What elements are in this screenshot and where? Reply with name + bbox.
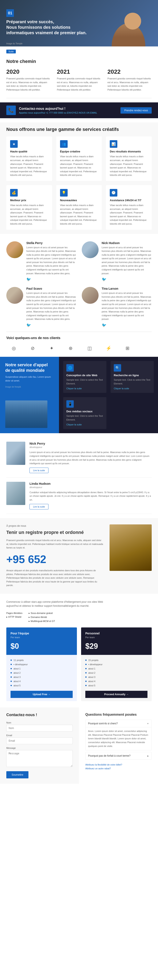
about-text-1: Praesent gravida commodo risqué lobortis… <box>6 539 103 550</box>
service-dark-image <box>5 401 47 428</box>
service-text-0: Vitae iaculis tellus mauris a diam accum… <box>10 155 48 177</box>
clients-title: Voici quelques-uns de nos clients <box>6 336 152 340</box>
contact-banner-left: 📞 Contactez-nous aujourd'hui ! Appelez-n… <box>6 105 97 115</box>
pricing-header: Commencez à utiliser starx.app comme pla… <box>6 600 152 623</box>
faq-item-1: Pourquoi pas de forfait à court terme? ▶ <box>85 752 152 760</box>
twitter-icon-1[interactable]: 🐦 <box>102 277 152 282</box>
clients-logos: ◎ ⊘ ✦ ⊛ ◫ ⚡ ⊞ <box>6 344 152 353</box>
service-text-1: Vitae iaculis tellus mauris a diam accum… <box>60 155 98 177</box>
divider-1 <box>6 98 152 98</box>
faq-item-0: Pourquoi sont-ils si chers? ▼ Anon. Lore… <box>85 720 152 750</box>
tag-label: Suite <box>0 46 158 54</box>
pricing-link-0: Pages illimitées <box>6 611 22 615</box>
team-info-3: Tina Larson Lorem ipsum et arcu sit amet… <box>102 287 152 328</box>
feature-1-2: atout 1 <box>85 667 147 671</box>
contact-form-title: Contactez-nous ! <box>6 713 73 717</box>
service-icon-0: ★ <box>10 140 18 148</box>
service-card-1: 👥 Équipe créative Vitae iaculis tellus m… <box>56 136 102 181</box>
profile-info-0: Nick Perry développeur Lorem ipsum et ar… <box>30 442 152 473</box>
twitter-icon-0[interactable]: 🐦 <box>26 277 76 282</box>
pricing-link-5: ▸ Multilingual-MCM et GT <box>28 619 55 623</box>
hero-content: 01 Préparant votre succès, Nous fourniss… <box>6 9 91 37</box>
service-icon-4: 💡 <box>60 189 68 197</box>
service-dark-item-title-2: Des médias sociaux <box>66 410 103 413</box>
service-icon-1: 👥 <box>60 140 68 148</box>
pricing-plan-1: Personnel <box>85 632 147 635</box>
faq-question-1[interactable]: Pourquoi pas de forfait à court terme? ▶ <box>85 752 152 759</box>
team-name-2: Paul Scavo <box>26 287 76 290</box>
profile-button-1[interactable]: Lire la suite <box>30 504 49 509</box>
service-title-4: Nouveautées <box>60 199 98 202</box>
pricing-links-right: ▸ Sous-domaine gratuit ▸ Domaine illimit… <box>28 611 55 623</box>
pricing-link-4: ▸ Domaine illimité <box>28 615 55 619</box>
form-label-name: Nom <box>6 721 73 724</box>
pricing-period-0: Per team <box>11 636 73 639</box>
about-number: +95 652 <box>6 553 103 566</box>
chemin-year-1: 2021 <box>57 68 101 75</box>
chemin-text-0: Praesent gravida commodo risqué lobortis… <box>6 77 51 92</box>
service-title-3: Meilleur prix <box>10 199 48 202</box>
service-dark-item-0: 🌐 Conception de site Web Sample text. Cl… <box>63 361 106 393</box>
contact-banner-button[interactable]: Prendre rendez-vous <box>120 107 152 114</box>
message-textarea[interactable] <box>6 750 73 767</box>
service-card-4: 💡 Nouveautées Vitae iaculis tellus mauri… <box>56 185 102 230</box>
chemin-item-0: 2020 Praesent gravida commodo risqué lob… <box>6 68 51 92</box>
service-dark-item-link-1[interactable]: Cliquer la suite <box>114 387 151 390</box>
notre-chemin-title: Notre chemin <box>6 59 152 64</box>
client-logo-5: ⚡ <box>101 344 116 353</box>
form-group-email: Email <box>6 734 73 744</box>
faq-answer-0: Anon. Lorem ipsum dolor sit amet, consec… <box>85 727 152 750</box>
email-input[interactable] <box>6 737 73 744</box>
profile-name-1: Linda Hudson <box>30 482 152 485</box>
pricing-button-0[interactable]: Upload Free → <box>11 691 73 698</box>
pricing-price-0: $0 <box>11 642 73 651</box>
clients-section: Voici quelques-uns de nos clients ◎ ⊘ ✦ … <box>0 332 158 357</box>
submit-button[interactable]: Soumettre <box>6 771 28 778</box>
service-dark-item-1: 🔍 Recherche en ligne Sample text. Click … <box>111 361 154 393</box>
team-card-1: Nick Hudson Lorem ipsum et arcu sit amet… <box>82 241 152 282</box>
feature-1-3: atout 2 <box>85 671 147 675</box>
twitter-icon-2[interactable]: 🐦 <box>26 323 76 328</box>
pricing-card-header-1: Personnel Per team $29 <box>81 627 152 655</box>
faq-question-0[interactable]: Pourquoi sont-ils si chers? ▼ <box>85 720 152 727</box>
feature-1-6: atout 5 <box>85 683 147 687</box>
profile-avatar-1 <box>6 482 25 505</box>
chemin-text-2: Praesent gravida commodo risqué lobortis… <box>107 77 152 92</box>
profile-button-0[interactable]: Lire la suite <box>30 468 49 473</box>
contact-banner-sub: Appelez-nous aujourd'hui +1 777 000 0000… <box>19 111 97 114</box>
name-input[interactable] <box>6 725 73 732</box>
service-dark-left-link[interactable]: Image de freepik <box>5 386 54 388</box>
team-text-3: Lorem ipsum et arcu sit amet posuer les … <box>102 291 152 321</box>
about-label: À propos de nous <box>6 524 103 527</box>
pricing-price-1: $29 <box>85 642 147 651</box>
service-dark-left-title: Notre service d'appel de qualité mondial… <box>5 362 54 373</box>
team-name-3: Tina Larson <box>102 287 152 290</box>
contact-banner-info: Contactez-nous aujourd'hui ! Appelez-nou… <box>19 107 97 114</box>
service-dark-item-link-0[interactable]: Cliquer la suite <box>66 387 103 390</box>
twitter-icon-3[interactable]: 🐦 <box>102 323 152 328</box>
social-media-icon: 📱 <box>66 400 74 408</box>
service-dark-item-text-2: Sample text. Click to select the Text El… <box>66 414 103 422</box>
team-text-2: Lorem ipsum et arcu sit amet posuer les … <box>26 291 76 321</box>
pricing-button-1[interactable]: Proceed Annually → <box>85 691 147 698</box>
faq-bottom-link-1[interactable]: Attribuez un autre rabat? <box>85 767 152 770</box>
feature-1-0: 15 projets <box>85 658 147 662</box>
team-name-1: Nick Hudson <box>102 241 152 245</box>
service-icon-2: 📊 <box>110 140 117 148</box>
service-dark-item-link-2[interactable]: Cliquer la suite <box>66 423 103 426</box>
hero-title: Préparant votre succès, Nous fournissons… <box>6 19 91 35</box>
pricing-links-left: Pages illimitées ▸ HTTP Shield <box>6 611 22 623</box>
service-text-2: Vitae iaculis tellus mauris a diam accum… <box>110 155 148 177</box>
profile-role-0: développeur <box>30 446 152 449</box>
contact-banner-title: Contactez-nous aujourd'hui ! <box>19 107 97 111</box>
pricing-link-3: ▸ Sous-domaine gratuit <box>28 611 55 615</box>
team-info-0: Stella Perry Lorem ipsum et arcu sit ame… <box>26 241 76 282</box>
pricing-plan-0: Pour l'équipe <box>11 632 73 635</box>
service-dark-left: Notre service d'appel de qualité mondial… <box>0 357 59 433</box>
service-text-4: Vitae iaculis tellus mauris a diam accum… <box>60 204 98 226</box>
feature-0-6: atout 5 <box>11 683 73 687</box>
feature-0-5: atout 4 <box>11 679 73 683</box>
faq-bottom-link-0[interactable]: Attribuez la flexibilité de votre billet… <box>85 763 152 767</box>
pricing-links: Pages illimitées ▸ HTTP Shield ▸ Sous-do… <box>6 611 152 623</box>
service-dark-item-title-1: Recherche en ligne <box>114 374 151 377</box>
